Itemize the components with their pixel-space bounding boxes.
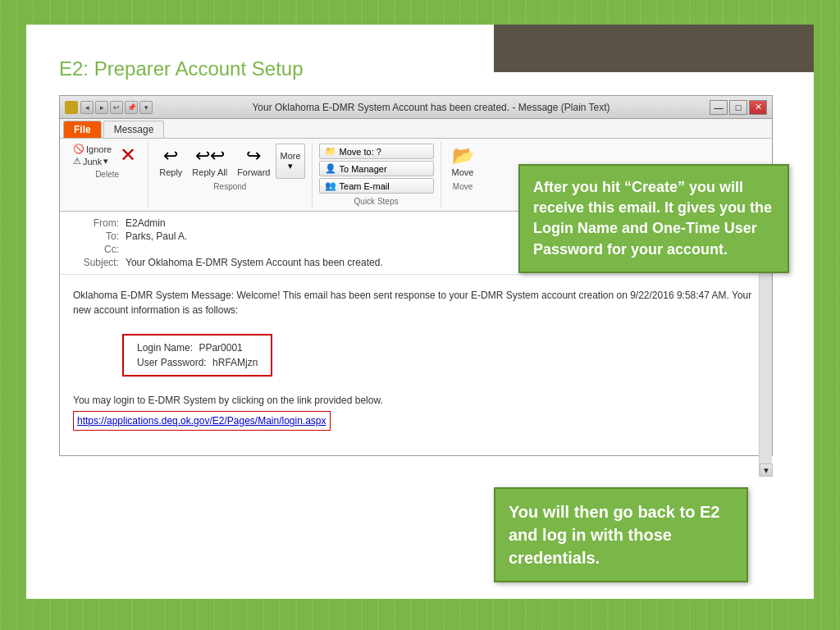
ribbon-tabs: File Message [60,119,772,138]
more-button[interactable]: More ▾ [276,144,304,179]
ignore-button[interactable]: 🚫 Ignore [73,144,112,154]
nav-arrow-btn[interactable]: ▾ [139,101,153,114]
nav-pin-btn[interactable]: 📌 [125,101,138,114]
cc-label: Cc: [70,244,119,255]
password-value: hRFAMjzn [212,357,258,368]
reply-button[interactable]: ↩ Reply [155,144,186,179]
ribbon-group-delete: 🚫 Ignore ⚠ Junk ▾ ✕ Delete [66,142,148,208]
login-name-line: Login Name: PPar0001 [137,340,258,355]
subject-label: Subject: [70,257,119,268]
callout-top-text: After you hit “Create” you will receive … [533,179,772,258]
nav-back-btn[interactable]: ◂ [80,101,94,114]
callout-top: After you hit “Create” you will receive … [518,164,789,273]
reply-label: Reply [159,167,182,177]
team-email-label: Team E-mail [340,181,390,191]
junk-label: Junk [83,157,102,167]
respond-group-label: Respond [213,182,246,191]
quick-steps-area: 📁 Move to: ? 👤 To Manager 👥 Team E-mail [319,144,434,194]
forward-label: Forward [237,167,270,177]
reply-all-button[interactable]: ↩↩ Reply All [188,144,231,179]
callout-bottom-text: You will then go back to E2 and log in w… [509,503,719,567]
email-window: ◂ ▸ ↩ 📌 ▾ Your Oklahoma E-DMR System Acc… [59,95,773,456]
reply-all-label: Reply All [192,167,227,177]
credentials-box: Login Name: PPar0001 User Password: hRFA… [122,334,272,377]
minimize-btn[interactable]: — [710,100,728,115]
to-label: To: [70,231,119,242]
login-text: You may login to E-DMR System by clickin… [73,393,759,408]
email-app-icon [65,101,78,114]
maximize-btn[interactable]: □ [729,100,747,115]
respond-buttons: ↩ Reply ↩↩ Reply All ↪ Forward More [155,144,304,179]
ignore-junk-group: 🚫 Ignore ⚠ Junk ▾ [73,144,112,167]
reply-icon: ↩ [163,145,178,167]
reply-all-icon: ↩↩ [195,145,225,167]
move-to-label: Move to: ? [340,147,381,157]
forward-button[interactable]: ↪ Forward [233,144,274,179]
to-value: Parks, Paul A. [126,231,187,242]
nav-up-btn[interactable]: ↩ [110,101,123,114]
move-button[interactable]: 📂 Move [448,144,478,179]
more-label: More [280,151,300,161]
junk-icon: ⚠ [73,156,81,167]
delete-buttons: 🚫 Ignore ⚠ Junk ▾ ✕ [73,144,141,167]
ignore-label: Ignore [86,144,112,154]
tab-message[interactable]: Message [103,121,165,138]
move-to-icon: 📁 [325,146,336,157]
close-btn[interactable]: ✕ [749,100,767,115]
window-title: Your Oklahoma E-DMR System Account has b… [153,102,710,113]
login-name-value: PPar0001 [199,342,242,354]
junk-dropdown-icon: ▾ [103,156,108,167]
title-bar-nav: ◂ ▸ ↩ 📌 ▾ [80,101,153,114]
password-label: User Password: [137,357,207,368]
ribbon-group-quicksteps: 📁 Move to: ? 👤 To Manager 👥 Team E-mail … [313,142,441,208]
subject-value: Your Oklahoma E-DMR System Account has b… [126,257,383,268]
to-manager-label: To Manager [340,164,387,174]
from-label: From: [70,217,119,229]
team-email-icon: 👥 [325,180,336,191]
forward-icon: ↪ [246,145,261,167]
to-manager-icon: 👤 [325,163,336,174]
tab-file[interactable]: File [63,121,102,138]
login-link-container: https://applications.deq.ok.gov/E2/Pages… [73,411,331,431]
move-label: Move [452,167,474,177]
move-icon: 📂 [452,145,474,167]
quicksteps-group-label: Quick Steps [354,197,399,206]
email-intro: Oklahoma E-DMR System Message: Welcome! … [73,288,759,317]
login-url[interactable]: https://applications.deq.ok.gov/E2/Pages… [77,415,326,427]
nav-fwd-btn[interactable]: ▸ [95,101,108,114]
team-email-btn[interactable]: 👥 Team E-mail [319,178,434,194]
delete-group-label: Delete [95,170,119,179]
ribbon-group-move: 📂 Move Move [441,142,485,208]
email-body: ▲ ▼ Oklahoma E-DMR System Message: Welco… [60,275,772,455]
slide-container: E2: Preparer Account Setup ◂ ▸ ↩ 📌 ▾ You… [26,25,814,599]
password-line: User Password: hRFAMjzn [137,355,258,370]
title-bar-left: ◂ ▸ ↩ 📌 ▾ [65,101,153,114]
login-name-label: Login Name: [137,342,193,354]
from-value: E2Admin [126,217,166,229]
move-to-btn[interactable]: 📁 Move to: ? [319,144,434,159]
ignore-icon: 🚫 [73,144,84,154]
title-bar: ◂ ▸ ↩ 📌 ▾ Your Oklahoma E-DMR System Acc… [60,96,772,119]
scroll-down-arrow[interactable]: ▼ [760,463,773,477]
dark-box-decoration [494,25,814,72]
delete-button[interactable]: ✕ [115,144,141,167]
to-manager-btn[interactable]: 👤 To Manager [319,161,434,176]
junk-button[interactable]: ⚠ Junk ▾ [73,156,112,167]
callout-bottom: You will then go back to E2 and log in w… [494,487,748,582]
ribbon-group-respond: ↩ Reply ↩↩ Reply All ↪ Forward More [148,142,312,208]
more-chevron-icon: ▾ [288,161,293,171]
move-group-label: Move [453,182,472,191]
window-controls: — □ ✕ [710,100,767,115]
